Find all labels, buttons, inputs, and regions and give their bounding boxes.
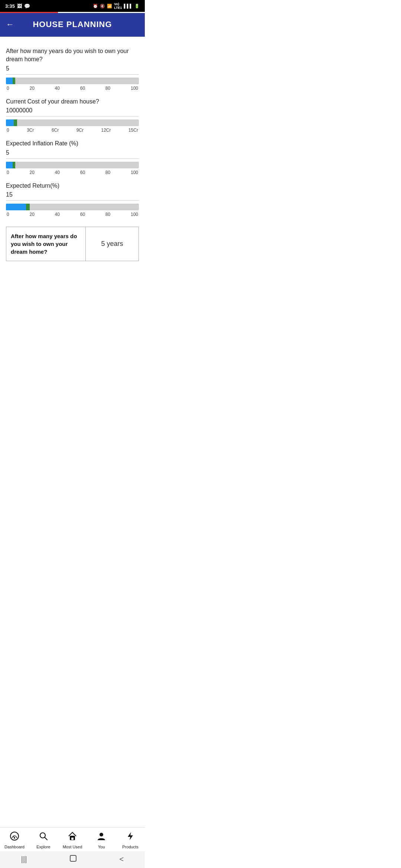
slider-2[interactable]: 0 3Cr 6Cr 9Cr 12Cr 15Cr [6,119,139,133]
mute-icon: 🔇 [100,4,105,9]
slider-track-3[interactable] [6,162,139,168]
question-value-3: 5 [6,149,139,156]
question-text-4: Expected Return(%) [6,182,139,190]
status-right: ⏰ 🔇 📶 Vo)LTE1 ▌▌▌ 🔋 [93,2,140,10]
question-text-3: Expected Inflation Rate (%) [6,139,139,148]
slider-3[interactable]: 0 20 40 60 80 100 [6,162,139,175]
slider-green-2 [14,119,17,126]
main-content: After how many years do you wish to own … [0,37,145,306]
slider-blue-2 [6,119,14,126]
whatsapp-icon: 💬 [24,3,30,9]
slider-track-2[interactable] [6,119,139,126]
alarm-icon: ⏰ [93,4,98,9]
question-block-3: Expected Inflation Rate (%) 5 0 20 40 60… [6,139,139,175]
slider-labels-3: 0 20 40 60 80 100 [6,170,139,175]
app-header: ← HOUSE PLANNING [0,13,145,37]
wifi-icon: 📶 [107,4,112,9]
divider-1 [6,74,139,75]
slider-blue-1 [6,78,13,84]
question-block-4: Expected Return(%) 15 0 20 40 60 80 100 [6,182,139,217]
result-question: After how many years do you wish to own … [6,227,86,261]
content-area: After how many years do you wish to own … [0,37,145,269]
volte-icon: Vo)LTE1 [114,2,122,10]
gallery-icon: 🖼 [17,3,22,9]
divider-3 [6,158,139,159]
slider-labels-4: 0 20 40 60 80 100 [6,212,139,217]
slider-green-1 [13,78,15,84]
page-title: HOUSE PLANNING [6,20,139,29]
question-block-1: After how many years do you wish to own … [6,43,139,91]
result-answer: 5 years [86,227,138,261]
slider-labels-1: 0 20 40 60 80 100 [6,86,139,91]
slider-blue-4 [6,204,26,210]
question-text-2: Current Cost of your dream house? [6,98,139,106]
signal-icon: ▌▌▌ [124,4,133,8]
slider-4[interactable]: 0 20 40 60 80 100 [6,204,139,217]
battery-icon: 🔋 [134,4,140,9]
back-button[interactable]: ← [6,20,14,29]
status-bar: 3:35 🖼 💬 ⏰ 🔇 📶 Vo)LTE1 ▌▌▌ 🔋 [0,0,145,12]
slider-1[interactable]: 0 20 40 60 80 100 [6,78,139,91]
divider-2 [6,116,139,116]
status-left: 3:35 🖼 💬 [5,3,30,9]
slider-track-1[interactable] [6,78,139,84]
slider-green-3 [13,162,15,168]
question-value-1: 5 [6,65,139,72]
slider-green-4 [26,204,30,210]
slider-track-4[interactable] [6,204,139,210]
slider-blue-3 [6,162,13,168]
question-value-4: 15 [6,191,139,198]
question-value-2: 10000000 [6,107,139,114]
slider-labels-2: 0 3Cr 6Cr 9Cr 12Cr 15Cr [6,128,139,133]
result-card: After how many years do you wish to own … [6,227,139,261]
question-text-1: After how many years do you wish to own … [6,47,139,64]
question-block-2: Current Cost of your dream house? 100000… [6,98,139,133]
divider-4 [6,200,139,201]
time: 3:35 [5,3,15,9]
